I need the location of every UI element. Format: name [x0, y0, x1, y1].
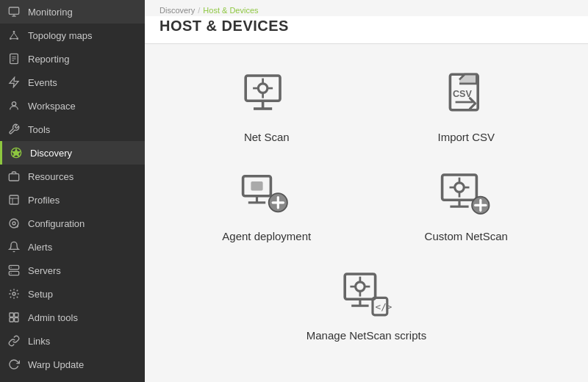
sidebar-item-workspace[interactable]: Workspace [0, 94, 145, 118]
sidebar-label-events: Events [28, 77, 57, 88]
import-csv-icon: CSV [437, 66, 495, 125]
sidebar-label-configuration: Configuration [28, 218, 85, 229]
sidebar-item-configuration[interactable]: Configuration [0, 212, 145, 235]
sidebar-item-setup[interactable]: Setup [0, 282, 145, 306]
alerts-icon [7, 240, 21, 253]
svg-rect-22 [9, 265, 18, 269]
sidebar: MonitoringTopology mapsReportingEventsWo… [0, 0, 145, 382]
servers-icon [7, 264, 21, 277]
sidebar-item-events[interactable]: Events [0, 71, 145, 94]
tile-label-manage-scripts: Manage NetScan scripts [306, 329, 426, 342]
svg-rect-16 [9, 174, 18, 181]
svg-text:</>: </> [376, 301, 392, 312]
sidebar-label-tools: Tools [28, 124, 50, 135]
setup-icon [7, 287, 21, 300]
sidebar-item-topology[interactable]: Topology maps [0, 24, 145, 47]
svg-point-20 [12, 222, 15, 225]
sidebar-item-monitoring[interactable]: Monitoring [0, 0, 145, 24]
sidebar-label-profiles: Profiles [28, 195, 60, 206]
agent-deployment-icon [237, 165, 296, 224]
sidebar-label-links: Links [28, 336, 50, 347]
sidebar-item-profiles[interactable]: Profiles [0, 188, 145, 212]
tile-label-net-scan: Net Scan [244, 131, 290, 143]
net-scan-icon [237, 66, 296, 125]
sidebar-label-admin-tools: Admin tools [28, 312, 78, 323]
svg-point-71 [356, 282, 365, 292]
sidebar-label-discovery: Discovery [30, 148, 72, 159]
tools-icon [7, 123, 21, 136]
svg-rect-0 [9, 7, 18, 14]
sidebar-item-reporting[interactable]: Reporting [0, 47, 145, 71]
warp-update-icon [7, 358, 21, 371]
reporting-icon [7, 52, 21, 65]
svg-point-26 [12, 292, 15, 295]
svg-line-7 [14, 33, 18, 38]
tile-label-agent-deployment: Agent deployment [222, 230, 311, 242]
tile-manage-scripts[interactable]: </> Manage NetScan scripts [306, 264, 426, 342]
configuration-icon [7, 217, 21, 230]
sidebar-item-admin-tools[interactable]: Admin tools [0, 306, 145, 329]
monitor-icon [7, 5, 21, 18]
svg-rect-30 [15, 318, 18, 322]
svg-point-42 [258, 84, 268, 93]
page-title: HOST & DEVICES [145, 16, 588, 44]
svg-point-21 [10, 219, 18, 228]
sidebar-item-warp-update[interactable]: Warp Update [0, 353, 145, 376]
discovery-icon [10, 146, 23, 159]
custom-netscan-icon [437, 165, 495, 224]
breadcrumb-current: Host & Devices [203, 6, 258, 15]
svg-point-25 [10, 273, 11, 273]
sidebar-item-alerts[interactable]: Alerts [0, 235, 145, 259]
workspace-icon [7, 99, 21, 112]
sidebar-item-links[interactable]: Links [0, 329, 145, 353]
svg-rect-29 [10, 318, 13, 322]
sidebar-item-servers[interactable]: Servers [0, 259, 145, 282]
svg-rect-23 [9, 271, 18, 275]
sidebar-label-setup: Setup [28, 289, 53, 300]
tiles-grid: Net Scan CSV Import CSV Agent deployment… [145, 44, 588, 364]
sidebar-item-module-library[interactable]: Module library [0, 376, 145, 382]
sidebar-label-monitoring: Monitoring [28, 7, 73, 18]
breadcrumb: Discovery / Host & Devices [145, 0, 588, 16]
breadcrumb-parent: Discovery [159, 6, 195, 15]
breadcrumb-sep: / [198, 6, 200, 15]
main-content: Discovery / Host & Devices HOST & DEVICE… [145, 0, 588, 382]
tile-net-scan[interactable]: Net Scan [237, 66, 296, 143]
sidebar-label-topology: Topology maps [28, 30, 92, 41]
sidebar-item-tools[interactable]: Tools [0, 118, 145, 141]
sidebar-item-discovery[interactable]: Discovery [0, 141, 145, 165]
sidebar-item-resources[interactable]: Resources [0, 165, 145, 188]
manage-row: </> Manage NetScan scripts [306, 264, 426, 342]
links-icon [7, 334, 21, 347]
svg-point-3 [13, 31, 15, 33]
svg-rect-27 [10, 313, 13, 317]
tile-import-csv[interactable]: CSV Import CSV [437, 66, 495, 143]
svg-point-24 [10, 267, 11, 267]
tile-custom-netscan[interactable]: Custom NetScan [425, 165, 508, 242]
tile-label-custom-netscan: Custom NetScan [425, 230, 508, 242]
manage-scripts-icon: </> [337, 264, 395, 323]
tile-agent-deployment[interactable]: Agent deployment [222, 165, 311, 242]
admin-tools-icon [7, 311, 21, 324]
sidebar-label-alerts: Alerts [28, 242, 52, 253]
sidebar-label-servers: Servers [28, 265, 61, 276]
events-icon [7, 76, 21, 89]
sidebar-label-workspace: Workspace [28, 101, 76, 112]
svg-rect-17 [10, 195, 18, 204]
sidebar-label-reporting: Reporting [28, 54, 69, 65]
svg-rect-28 [15, 313, 18, 317]
sidebar-label-warp-update: Warp Update [28, 359, 84, 370]
svg-point-13 [12, 102, 15, 106]
svg-rect-53 [251, 181, 262, 191]
svg-point-60 [455, 183, 465, 192]
tile-label-import-csv: Import CSV [437, 131, 495, 143]
profiles-icon [7, 193, 21, 206]
resources-icon [7, 170, 21, 183]
topology-icon [7, 29, 21, 42]
sidebar-label-resources: Resources [28, 171, 74, 182]
svg-line-6 [10, 33, 14, 38]
